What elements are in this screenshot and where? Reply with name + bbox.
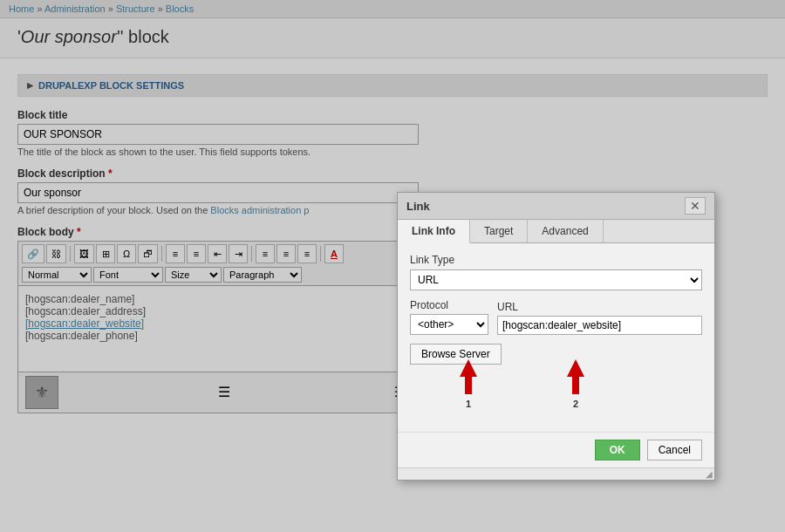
modal-body: Link Type URL Protocol <other> http:// h…: [398, 243, 714, 432]
link-type-select[interactable]: URL: [410, 269, 702, 290]
protocol-select[interactable]: <other> http:// https:// ftp://: [410, 314, 488, 335]
tab-target[interactable]: Target: [470, 220, 528, 242]
arrow1-container: 1: [455, 359, 481, 409]
link-dialog: Link ✕ Link Info Target Advanced Link Ty…: [397, 192, 715, 481]
modal-close-button[interactable]: ✕: [685, 197, 706, 215]
url-col: URL: [497, 301, 702, 335]
arrow-spacer: [410, 365, 702, 421]
modal-overlay: Link ✕ Link Info Target Advanced Link Ty…: [0, 0, 785, 532]
arrow1-icon: [455, 359, 481, 394]
modal-header: Link ✕: [398, 193, 714, 220]
cancel-button[interactable]: Cancel: [647, 440, 702, 460]
url-label: URL: [497, 301, 702, 313]
link-type-group: Link Type URL: [410, 254, 702, 290]
tab-advanced[interactable]: Advanced: [528, 220, 603, 242]
arrow1-label: 1: [455, 399, 481, 409]
modal-title: Link: [406, 200, 430, 213]
modal-tabs: Link Info Target Advanced: [398, 220, 714, 243]
arrow2-icon: [563, 359, 589, 394]
arrow2-label: 2: [563, 399, 589, 409]
protocol-label: Protocol: [410, 299, 488, 311]
ok-button[interactable]: OK: [595, 440, 640, 460]
protocol-url-row: Protocol <other> http:// https:// ftp://…: [410, 299, 702, 335]
url-input[interactable]: [497, 316, 702, 335]
browse-section: Browse Server 1 2: [410, 344, 702, 421]
arrow2-container: 2: [563, 359, 589, 409]
svg-marker-0: [460, 359, 477, 394]
modal-resize-handle[interactable]: ◢: [398, 467, 714, 480]
tab-link-info[interactable]: Link Info: [398, 220, 470, 243]
modal-footer: OK Cancel: [398, 432, 714, 467]
link-type-label: Link Type: [410, 254, 702, 266]
svg-marker-1: [567, 359, 584, 394]
protocol-col: Protocol <other> http:// https:// ftp://: [410, 299, 488, 335]
